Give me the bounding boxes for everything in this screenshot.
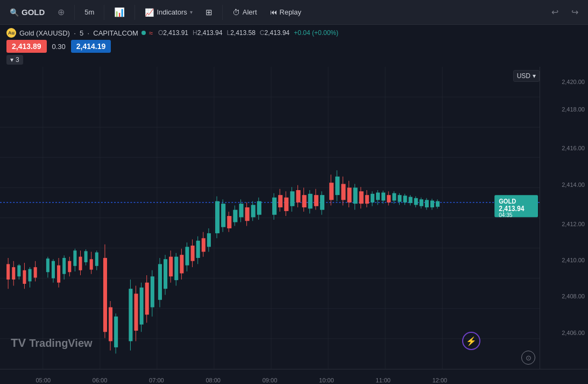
currency-label: USD bbox=[517, 72, 530, 80]
open-value: O2,413.91 bbox=[158, 29, 188, 37]
svg-rect-73 bbox=[174, 257, 178, 281]
svg-rect-57 bbox=[129, 289, 132, 341]
svg-rect-145 bbox=[398, 195, 401, 202]
symbol-title: Au Gold (XAUUSD) · 5 · CAPITALCOM ≈ bbox=[6, 28, 153, 38]
layers-count: 3 bbox=[16, 56, 19, 64]
svg-rect-93 bbox=[233, 210, 237, 222]
time-label-0700: 07:00 bbox=[149, 377, 164, 383]
tradingview-logo: TV TradingView bbox=[11, 336, 93, 350]
price-label-2418: 2,418.00 bbox=[562, 106, 585, 113]
svg-rect-25 bbox=[23, 270, 26, 284]
svg-rect-19 bbox=[6, 264, 10, 280]
time-label-1100: 11:00 bbox=[376, 377, 391, 383]
templates-button[interactable]: ⊞ bbox=[200, 5, 218, 20]
svg-rect-153 bbox=[420, 199, 423, 206]
svg-rect-55 bbox=[114, 317, 118, 347]
price-label-2412: 2,412.00 bbox=[562, 221, 585, 227]
high-value: H2,413.94 bbox=[193, 29, 222, 37]
layers-badge[interactable]: ▾ 3 bbox=[6, 55, 23, 65]
svg-rect-111 bbox=[296, 190, 300, 203]
compass-icon[interactable]: ⊙ bbox=[521, 351, 535, 365]
add-symbol-button[interactable]: ⊕ bbox=[52, 4, 70, 20]
alert-button[interactable]: ⏱ Alert bbox=[227, 5, 263, 19]
svg-rect-107 bbox=[284, 198, 288, 211]
svg-rect-63 bbox=[145, 283, 149, 315]
svg-rect-41 bbox=[73, 250, 76, 266]
divider-4 bbox=[222, 5, 223, 20]
chart-type-icon: 📊 bbox=[114, 7, 125, 17]
info-bar: Au Gold (XAUUSD) · 5 · CAPITALCOM ≈ O2,4… bbox=[0, 25, 588, 39]
timeframe-selector[interactable]: 5m bbox=[79, 5, 100, 19]
svg-rect-71 bbox=[169, 257, 173, 277]
svg-rect-53 bbox=[109, 308, 112, 341]
currency-dropdown[interactable]: USD ▾ bbox=[513, 70, 540, 82]
svg-rect-115 bbox=[308, 194, 313, 208]
svg-rect-95 bbox=[239, 204, 243, 217]
svg-rect-143 bbox=[392, 193, 396, 201]
svg-rect-147 bbox=[403, 196, 407, 203]
svg-rect-105 bbox=[278, 195, 282, 207]
svg-rect-159 bbox=[436, 201, 440, 207]
toolbar: 🔍 GOLD ⊕ 5m 📊 📈 Indicators ▾ ⊞ ⏱ Alert ⏮… bbox=[0, 0, 588, 25]
svg-rect-51 bbox=[103, 258, 107, 332]
svg-rect-113 bbox=[302, 195, 307, 207]
watermark: TV TradingView bbox=[11, 336, 93, 350]
svg-rect-61 bbox=[140, 288, 144, 325]
svg-rect-131 bbox=[359, 191, 364, 204]
svg-rect-141 bbox=[387, 195, 391, 203]
time-label-0500: 05:00 bbox=[36, 377, 51, 383]
svg-rect-155 bbox=[425, 200, 429, 207]
indicators-chart-icon: 📈 bbox=[145, 8, 154, 17]
svg-rect-119 bbox=[320, 195, 324, 210]
undo-button[interactable]: ↩ bbox=[546, 4, 564, 20]
price-label-2414: 2,414.00 bbox=[562, 181, 585, 188]
replay-button[interactable]: ⏮ Replay bbox=[265, 5, 307, 19]
svg-rect-69 bbox=[164, 259, 167, 289]
svg-rect-149 bbox=[409, 197, 413, 203]
price-axis: 2,420.00 2,418.00 2,416.00 2,414.00 2,41… bbox=[540, 67, 588, 369]
ask-price[interactable]: 2,414.19 bbox=[71, 40, 111, 53]
svg-rect-89 bbox=[221, 204, 225, 227]
svg-rect-37 bbox=[62, 258, 66, 274]
svg-rect-101 bbox=[257, 201, 261, 215]
replay-icon: ⏮ bbox=[270, 8, 277, 16]
svg-rect-133 bbox=[365, 195, 369, 204]
price-label-2406: 2,406.00 bbox=[562, 330, 585, 336]
gold-icon: Au bbox=[6, 28, 16, 38]
flash-icon[interactable]: ⚡ bbox=[462, 332, 480, 350]
ohlc-values: O2,413.91 H2,413.94 L2,413.58 C2,413.94 … bbox=[158, 29, 338, 37]
time-label-0800: 08:00 bbox=[206, 377, 221, 383]
svg-rect-97 bbox=[245, 207, 250, 221]
price-boxes: 2,413.89 0.30 2,414.19 bbox=[0, 39, 588, 55]
svg-rect-47 bbox=[90, 259, 93, 269]
svg-rect-99 bbox=[251, 205, 256, 217]
chart-main[interactable]: USD ▾ bbox=[0, 67, 540, 369]
svg-rect-65 bbox=[151, 276, 154, 307]
svg-rect-27 bbox=[29, 269, 32, 282]
tv-logo-icon: TV bbox=[11, 336, 26, 350]
divider-3 bbox=[134, 5, 135, 20]
plus-icon: ⊕ bbox=[58, 7, 65, 17]
svg-rect-137 bbox=[376, 193, 380, 200]
svg-rect-75 bbox=[180, 255, 183, 273]
svg-rect-157 bbox=[430, 200, 434, 207]
divider-2 bbox=[104, 5, 104, 20]
time-label-0900: 09:00 bbox=[263, 377, 278, 383]
timeframe-label: 5m bbox=[84, 8, 94, 16]
svg-rect-117 bbox=[314, 195, 318, 206]
redo-button[interactable]: ↪ bbox=[566, 4, 584, 20]
chart-type-button[interactable]: 📊 bbox=[109, 4, 130, 20]
chart-container: Au Gold (XAUUSD) · 5 · CAPITALCOM ≈ O2,4… bbox=[0, 25, 588, 384]
time-label-0600: 06:00 bbox=[93, 377, 108, 383]
svg-rect-109 bbox=[290, 191, 294, 206]
svg-rect-139 bbox=[381, 193, 385, 201]
indicators-chevron: ▾ bbox=[190, 9, 193, 15]
time-label-1000: 10:00 bbox=[319, 377, 334, 383]
indicators-button[interactable]: 📈 Indicators ▾ bbox=[139, 5, 197, 19]
svg-rect-127 bbox=[347, 187, 351, 202]
price-label-2420: 2,420.00 bbox=[562, 79, 585, 85]
ticker-search[interactable]: 🔍 GOLD bbox=[4, 5, 50, 19]
symbol-name: Gold (XAUUSD) · 5 · CAPITALCOM bbox=[19, 29, 138, 37]
bid-price[interactable]: 2,413.89 bbox=[6, 40, 47, 53]
svg-rect-67 bbox=[158, 264, 162, 299]
